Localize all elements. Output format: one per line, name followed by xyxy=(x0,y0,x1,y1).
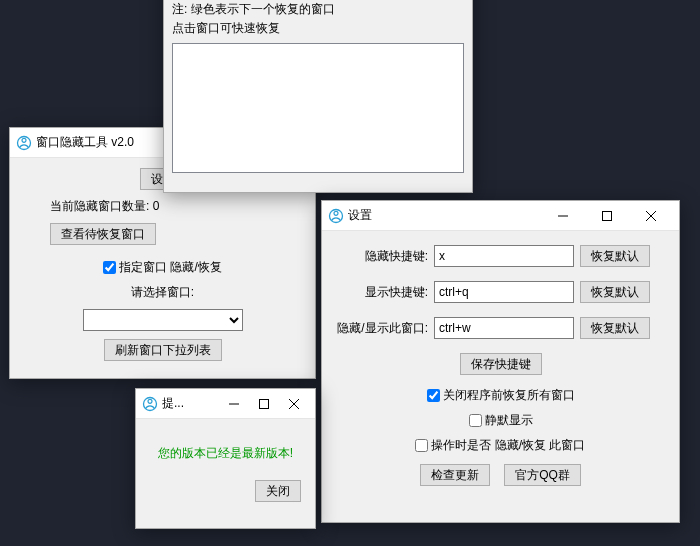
hide-hotkey-label: 隐藏快捷键: xyxy=(332,248,428,265)
hide-hotkey-input[interactable] xyxy=(434,245,574,267)
app-icon xyxy=(16,135,32,151)
maximize-button[interactable] xyxy=(585,201,629,231)
save-hotkey-button[interactable]: 保存快捷键 xyxy=(460,353,542,375)
window-list[interactable] xyxy=(172,43,464,173)
view-pending-button[interactable]: 查看待恢复窗口 xyxy=(50,223,156,245)
restore-all-label: 关闭程序前恢复所有窗口 xyxy=(443,387,575,404)
svg-point-1 xyxy=(22,138,26,142)
confirm-row[interactable]: 操作时是否 隐藏/恢复 此窗口 xyxy=(415,437,585,454)
refresh-list-button[interactable]: 刷新窗口下拉列表 xyxy=(104,339,222,361)
minimize-icon xyxy=(558,211,568,221)
minimize-icon xyxy=(229,399,239,409)
restore-all-checkbox[interactable] xyxy=(427,389,440,402)
maximize-icon xyxy=(259,399,269,409)
minimize-button[interactable] xyxy=(541,201,585,231)
close-button[interactable] xyxy=(629,201,673,231)
close-icon xyxy=(289,399,299,409)
confirm-checkbox[interactable] xyxy=(415,439,428,452)
restore-default-show[interactable]: 恢复默认 xyxy=(580,281,650,303)
svg-rect-11 xyxy=(260,399,269,408)
restore-default-toggle[interactable]: 恢复默认 xyxy=(580,317,650,339)
svg-point-3 xyxy=(334,211,338,215)
hide-count-label: 当前隐藏窗口数量: 0 xyxy=(22,198,303,215)
minimize-button[interactable] xyxy=(219,389,249,419)
note-2: 点击窗口可快速恢复 xyxy=(172,20,464,37)
show-hotkey-input[interactable] xyxy=(434,281,574,303)
svg-point-9 xyxy=(148,399,152,403)
close-prompt-button[interactable]: 关闭 xyxy=(255,480,301,502)
svg-rect-5 xyxy=(603,211,612,220)
window-title: 提... xyxy=(162,395,219,412)
specific-window-label: 指定窗口 隐藏/恢复 xyxy=(119,259,222,276)
pending-restore-window: 注: 绿色表示下一个恢复的窗口 点击窗口可快速恢复 xyxy=(163,0,473,193)
close-icon xyxy=(646,211,656,221)
settings-window: 设置 隐藏快捷键: 恢复默认 显示快捷键: 恢复默认 隐藏/显示此窗口: 恢复默… xyxy=(321,200,680,523)
restore-default-hide[interactable]: 恢复默认 xyxy=(580,245,650,267)
maximize-button[interactable] xyxy=(249,389,279,419)
close-button[interactable] xyxy=(279,389,309,419)
prompt-window: 提... 您的版本已经是最新版本! 关闭 xyxy=(135,388,316,529)
specific-window-checkbox[interactable] xyxy=(103,261,116,274)
app-icon xyxy=(328,208,344,224)
select-window-label: 请选择窗口: xyxy=(131,284,194,301)
confirm-label: 操作时是否 隐藏/恢复 此窗口 xyxy=(431,437,585,454)
show-hotkey-label: 显示快捷键: xyxy=(332,284,428,301)
toggle-hotkey-label: 隐藏/显示此窗口: xyxy=(332,320,428,337)
qq-group-button[interactable]: 官方QQ群 xyxy=(504,464,581,486)
note-1: 注: 绿色表示下一个恢复的窗口 xyxy=(172,1,464,18)
silent-label: 静默显示 xyxy=(485,412,533,429)
window-select[interactable] xyxy=(83,309,243,331)
silent-checkbox[interactable] xyxy=(469,414,482,427)
window-title: 设置 xyxy=(348,207,541,224)
titlebar[interactable]: 提... xyxy=(136,389,315,419)
app-icon xyxy=(142,396,158,412)
maximize-icon xyxy=(602,211,612,221)
silent-row[interactable]: 静默显示 xyxy=(469,412,533,429)
check-update-button[interactable]: 检查更新 xyxy=(420,464,490,486)
restore-all-row[interactable]: 关闭程序前恢复所有窗口 xyxy=(427,387,575,404)
titlebar[interactable]: 设置 xyxy=(322,201,679,231)
toggle-hotkey-input[interactable] xyxy=(434,317,574,339)
update-message: 您的版本已经是最新版本! xyxy=(158,445,293,462)
